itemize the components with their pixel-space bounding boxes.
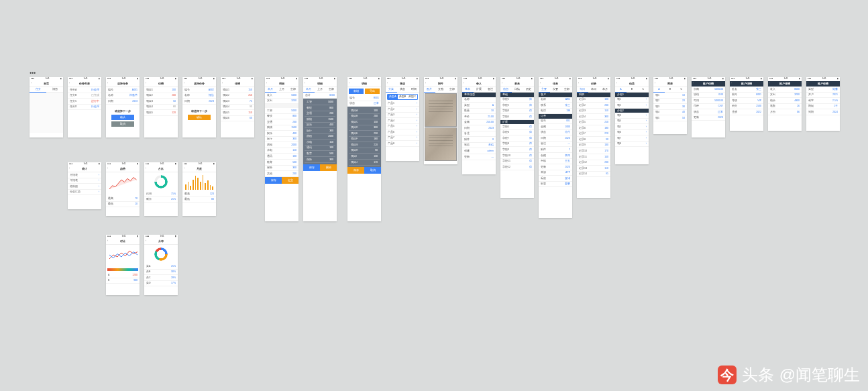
list-row[interactable]: 结余4800 [768, 98, 802, 104]
list-row[interactable]: 水电150 [265, 148, 299, 154]
list-row[interactable]: 金额250.00 [462, 120, 496, 126]
back-icon[interactable]: ‹ [69, 168, 70, 170]
list-row[interactable]: 项目C150 [349, 119, 380, 125]
list-row[interactable]: 购物1500 [265, 125, 299, 131]
tab[interactable]: 次要 [550, 87, 561, 93]
list-row[interactable]: 类型储蓄 [806, 87, 840, 93]
back-icon[interactable]: ‹ [655, 82, 655, 85]
list-row[interactable]: 项目J170 [349, 160, 380, 166]
list-row[interactable]: 字段7值 [500, 135, 534, 142]
back-icon[interactable]: ‹ [425, 82, 426, 85]
list-row[interactable]: 购物1500 [305, 117, 335, 123]
list-row[interactable]: 编号001 [539, 119, 572, 125]
list-row[interactable]: 房租2000 [265, 142, 299, 148]
list-row[interactable]: 日期2023 [182, 99, 216, 105]
list-row[interactable]: 来源APP [539, 170, 572, 176]
list-row[interactable]: 类C28% [144, 275, 178, 281]
tab[interactable]: 本月 [303, 87, 315, 93]
list-row[interactable]: 产品4› [386, 118, 419, 124]
list-row[interactable]: 项440 [653, 110, 687, 116]
list-row[interactable]: 产品5› [386, 124, 419, 130]
tab[interactable]: 状态 [397, 87, 409, 93]
tab[interactable]: 消息 [46, 87, 63, 93]
tab[interactable]: 图片 [424, 87, 435, 93]
tab[interactable]: 扩展 [474, 87, 485, 93]
footer-button[interactable]: 提交 [282, 177, 299, 184]
tab[interactable]: 全部 [325, 87, 337, 93]
list-row[interactable]: 利率2.5% [806, 98, 840, 104]
list-row[interactable]: 产品3› [386, 113, 419, 119]
modal-button[interactable]: 确认 [188, 115, 211, 120]
back-icon[interactable]: ‹ [387, 82, 388, 85]
tab[interactable]: 今日 [577, 87, 588, 93]
list-row[interactable]: 项目F180 [349, 137, 380, 143]
footer-button[interactable]: 保存 [347, 167, 364, 174]
list-row[interactable]: 创建李四 [539, 153, 572, 159]
back-icon[interactable]: ‹ [693, 82, 694, 85]
tab[interactable]: 信息 [500, 87, 512, 93]
list-row[interactable]: 项目660 [221, 116, 254, 122]
list-row[interactable]: 月报表› [68, 172, 101, 178]
list-row[interactable]: 项目I130 [349, 154, 380, 160]
list-row[interactable]: 记录4300 [577, 114, 610, 120]
list-row[interactable]: 项目5110 [221, 110, 254, 116]
tab[interactable]: 全部 [287, 87, 299, 93]
list-row[interactable]: 日期2023 [462, 125, 496, 131]
list-row[interactable]: 类B30% [144, 270, 178, 276]
list-row[interactable]: 产品1› [386, 101, 419, 107]
tab[interactable]: 上月 [276, 87, 288, 93]
list-row[interactable]: 保险300 [305, 157, 335, 163]
list-row[interactable]: 单价25.00 [462, 114, 496, 120]
list-row[interactable]: 期限1年 [806, 104, 840, 110]
list-row[interactable]: 更新2023 [692, 115, 725, 121]
back-icon[interactable]: ‹ [266, 82, 267, 85]
list-row[interactable]: 状态正常 [347, 101, 381, 107]
list-row[interactable]: 通讯100 [305, 146, 335, 152]
back-icon[interactable]: ‹ [146, 82, 146, 85]
list-row[interactable]: 交通200 [305, 111, 335, 117]
list-row[interactable]: 附件0 [462, 137, 496, 143]
list-row[interactable]: 字段10值 [500, 153, 534, 159]
tab[interactable]: 历史 [523, 87, 534, 93]
list-row[interactable]: 项8› [615, 142, 649, 148]
back-icon[interactable]: ‹ [464, 82, 464, 85]
tab[interactable]: 时间 [408, 87, 419, 93]
list-row[interactable]: 字段6值 [500, 130, 534, 136]
back-icon[interactable]: ‹ [69, 82, 70, 85]
list-row[interactable]: 类D17% [144, 281, 178, 287]
list-row[interactable]: 娱乐400 [265, 131, 299, 137]
list-row[interactable]: 渠道直销 [539, 176, 572, 182]
list-row[interactable]: 记录5250 [577, 120, 610, 126]
list-row[interactable]: 工资5000 [305, 100, 335, 106]
list-row[interactable]: 产品8› [386, 141, 419, 147]
pill[interactable]: 类型C [407, 95, 417, 99]
list-row[interactable]: 产品6› [386, 129, 419, 135]
footer-button[interactable]: 删除 [320, 164, 337, 171]
list-row[interactable]: 记录10170 [577, 148, 610, 154]
footer-button[interactable]: 取消 [364, 167, 381, 174]
list-row[interactable]: 项550 [653, 115, 687, 121]
list-row[interactable]: 余额5000.00 [692, 87, 725, 93]
list-row[interactable]: 备注 [462, 131, 496, 137]
list-row[interactable]: 记录11140 [577, 154, 610, 160]
list-row[interactable]: 状态草稿 [462, 143, 496, 149]
back-icon[interactable]: ‹ [184, 82, 184, 85]
list-row[interactable]: 冻结0.00 [692, 93, 725, 99]
list-row[interactable]: 可用5000.00 [692, 98, 725, 104]
list-row[interactable]: 记录3150 [577, 109, 610, 115]
back-icon[interactable]: ‹ [616, 82, 617, 85]
list-row[interactable]: 名称报告 [182, 93, 216, 99]
pill[interactable]: 类型A [388, 95, 398, 99]
list-row[interactable]: 姓名张三 [730, 87, 763, 93]
list-row[interactable]: 保险300 [265, 166, 299, 172]
tab[interactable]: C [637, 87, 649, 93]
tab[interactable]: 全部 [446, 87, 457, 93]
tab[interactable]: 文档 [435, 87, 447, 93]
list-row[interactable]: 笔数26 [768, 104, 802, 110]
list-row[interactable]: 状态正常 [692, 109, 725, 115]
list-row[interactable]: 交通200 [265, 119, 299, 125]
list-row[interactable]: 字段4值 [500, 114, 534, 120]
list-row[interactable]: 项目D300 [349, 125, 380, 131]
list-row[interactable]: 电话138 [539, 109, 572, 115]
list-row[interactable]: 教育500 [305, 151, 335, 157]
